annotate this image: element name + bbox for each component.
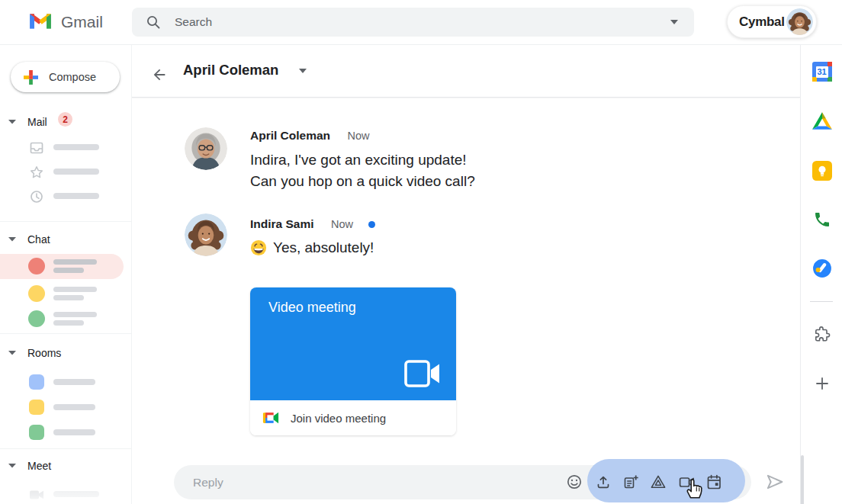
message-text-line: Can you hop on a quick video call? bbox=[250, 171, 475, 192]
collapse-chevron-icon bbox=[8, 120, 16, 124]
create-note-button[interactable] bbox=[622, 473, 640, 491]
room-item[interactable] bbox=[0, 423, 132, 443]
videocam-white-icon bbox=[404, 360, 441, 387]
meet-section-header[interactable]: Meet bbox=[0, 457, 51, 474]
chat-section-label: Chat bbox=[27, 233, 50, 246]
message-time: Now bbox=[348, 130, 370, 142]
mail-section-header[interactable]: Mail 2 bbox=[0, 114, 47, 130]
skeleton-bar bbox=[53, 429, 95, 435]
room-item[interactable] bbox=[0, 398, 132, 418]
room-item[interactable] bbox=[0, 373, 132, 393]
skeleton-bar bbox=[53, 312, 97, 317]
cursor-pointer bbox=[683, 474, 705, 499]
divider bbox=[0, 333, 132, 334]
chat-item[interactable] bbox=[0, 307, 132, 332]
left-sidebar: Compose Mail 2 bbox=[0, 45, 132, 504]
back-arrow-icon[interactable] bbox=[151, 66, 168, 83]
skeleton-bar bbox=[53, 259, 97, 265]
message: Indira Sami Now Yes, absolutely! bbox=[250, 217, 375, 258]
conversation-header: April Coleman bbox=[132, 45, 800, 98]
send-button[interactable] bbox=[764, 471, 786, 493]
mail-item-starred[interactable] bbox=[0, 163, 132, 183]
search-icon bbox=[146, 14, 161, 30]
avatar-indira-sami[interactable] bbox=[185, 213, 227, 256]
compose-button[interactable]: Compose bbox=[11, 62, 120, 92]
room-avatar-blue bbox=[29, 374, 44, 390]
message: April Coleman Now Indira, I've got an ex… bbox=[250, 129, 475, 191]
join-video-meeting-label: Join video meeting bbox=[291, 412, 386, 425]
account-button[interactable]: Cymbal bbox=[727, 5, 817, 38]
skeleton-bar bbox=[53, 295, 84, 300]
avatar-april-coleman[interactable] bbox=[185, 127, 227, 170]
message-sender: April Coleman bbox=[250, 129, 330, 142]
emoji-button[interactable] bbox=[565, 473, 583, 491]
google-keep-icon[interactable] bbox=[811, 160, 832, 181]
skeleton-bar bbox=[53, 320, 84, 326]
message-text-line: Indira, I've got an exciting update! bbox=[250, 149, 475, 171]
google-meet-icon bbox=[262, 409, 279, 426]
chat-item[interactable] bbox=[0, 281, 132, 307]
right-app-sidebar: 31 bbox=[800, 45, 842, 504]
account-avatar[interactable] bbox=[786, 8, 813, 35]
room-avatar-yellow bbox=[29, 400, 44, 415]
account-brand-label: Cymbal bbox=[739, 14, 785, 30]
gmail-wordmark: Gmail bbox=[61, 13, 103, 31]
divider bbox=[810, 301, 833, 302]
addons-puzzle-icon[interactable] bbox=[811, 323, 832, 344]
divider bbox=[0, 221, 132, 222]
search-input[interactable] bbox=[175, 8, 602, 37]
video-meeting-card[interactable]: Video meeting Join video meeting bbox=[250, 287, 456, 435]
join-video-meeting-button[interactable]: Join video meeting bbox=[250, 400, 456, 435]
message-time: Now bbox=[331, 218, 353, 230]
upload-file-button[interactable] bbox=[594, 473, 612, 491]
star-icon bbox=[29, 165, 44, 180]
gmail-logo-icon[interactable] bbox=[29, 12, 52, 30]
conversation-title: April Coleman bbox=[183, 62, 278, 79]
search-bar[interactable] bbox=[132, 8, 694, 37]
collapse-chevron-icon bbox=[8, 237, 16, 242]
add-panel-plus-icon[interactable] bbox=[811, 373, 832, 393]
clock-icon bbox=[29, 189, 44, 204]
room-avatar-green bbox=[29, 425, 44, 440]
rooms-section-header[interactable]: Rooms bbox=[0, 345, 61, 361]
message-text: Yes, absolutely! bbox=[273, 237, 374, 258]
skeleton-bar bbox=[53, 404, 95, 410]
mail-item-inbox[interactable] bbox=[0, 139, 132, 159]
google-tasks-icon[interactable] bbox=[811, 258, 832, 278]
gmail-app-window: Gmail Cymbal bbox=[0, 0, 842, 504]
compose-label: Compose bbox=[49, 71, 96, 83]
top-bar: Gmail Cymbal bbox=[0, 0, 842, 45]
skeleton-bar bbox=[53, 193, 99, 199]
chat-avatar-green bbox=[28, 310, 45, 327]
mail-section-label: Mail bbox=[27, 116, 47, 128]
drive-attach-button[interactable] bbox=[649, 473, 667, 491]
skeleton-bar bbox=[53, 379, 95, 385]
reply-input[interactable] bbox=[193, 465, 422, 499]
meet-section-label: Meet bbox=[27, 460, 51, 472]
skeleton-bar bbox=[53, 169, 99, 175]
calendar-invite-button[interactable] bbox=[705, 473, 723, 491]
video-meeting-title: Video meeting bbox=[268, 300, 356, 316]
scrollbar-thumb[interactable] bbox=[801, 455, 804, 504]
videocam-icon bbox=[29, 487, 44, 502]
mail-item-snoozed[interactable] bbox=[0, 188, 132, 207]
unread-indicator-dot bbox=[368, 221, 375, 228]
meet-item-new-meeting[interactable] bbox=[0, 486, 132, 504]
inbox-icon bbox=[29, 140, 44, 156]
google-drive-icon[interactable] bbox=[811, 111, 832, 131]
phone-call-icon[interactable] bbox=[811, 209, 832, 230]
conversation-menu-chevron-icon[interactable] bbox=[298, 69, 307, 74]
skeleton-bar bbox=[53, 144, 99, 150]
chat-avatar-yellow bbox=[28, 285, 45, 302]
grinning-face-emoji-icon bbox=[250, 239, 267, 256]
chat-section-header[interactable]: Chat bbox=[0, 231, 50, 248]
google-calendar-icon[interactable] bbox=[811, 61, 832, 82]
chat-item-selected[interactable] bbox=[0, 254, 124, 279]
search-options-chevron-icon[interactable] bbox=[670, 20, 679, 25]
video-meeting-card-banner: Video meeting bbox=[250, 287, 456, 400]
skeleton-bar bbox=[53, 491, 99, 497]
mail-unread-badge: 2 bbox=[58, 112, 72, 127]
skeleton-bar bbox=[53, 268, 84, 273]
collapse-chevron-icon bbox=[8, 351, 16, 355]
message-sender: Indira Sami bbox=[250, 217, 314, 230]
